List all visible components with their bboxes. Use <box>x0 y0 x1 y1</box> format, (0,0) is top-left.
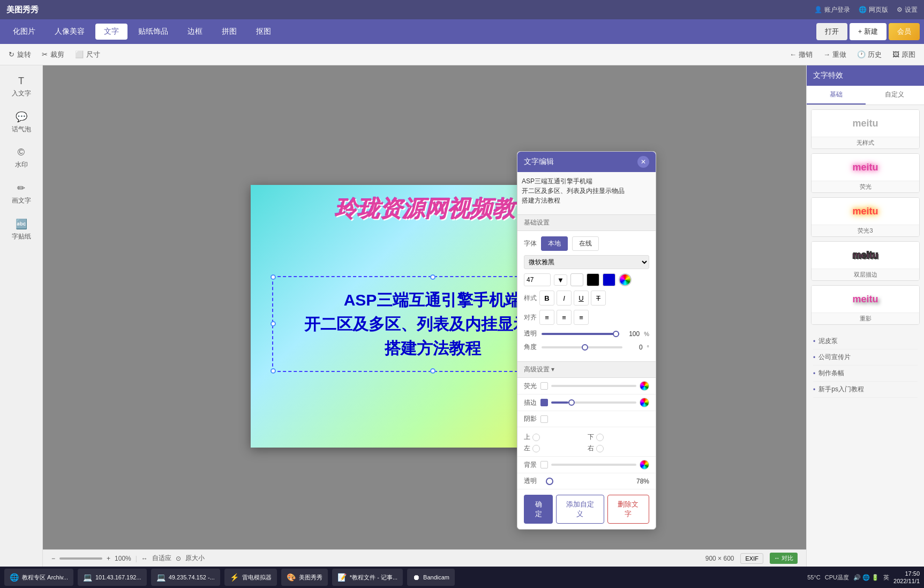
shadow-bottom-radio[interactable] <box>596 434 604 441</box>
stroke-color[interactable] <box>640 398 649 407</box>
align-center-btn[interactable]: ≡ <box>557 310 572 325</box>
opacity-track[interactable] <box>542 333 619 335</box>
list-item-1[interactable]: 公司宣传片 <box>813 349 918 366</box>
login-btn[interactable]: 👤 账户登录 <box>814 5 850 14</box>
menu-biankuang[interactable]: 边框 <box>179 24 211 40</box>
online-font-tab[interactable]: 在线 <box>572 236 599 251</box>
opacity-radio[interactable] <box>546 478 553 485</box>
rotate-tool[interactable]: ↻ 旋转 <box>9 50 31 59</box>
crop-tool[interactable]: ✂ 裁剪 <box>42 50 64 59</box>
menu-tianzhi[interactable]: 贴纸饰品 <box>130 24 177 40</box>
taskbar-item-1[interactable]: 💻 101.43.167.192... <box>78 569 147 586</box>
align-left-btn[interactable]: ≡ <box>539 310 554 325</box>
menu-meirong[interactable]: 人像美容 <box>46 24 93 40</box>
shadow-top-radio[interactable] <box>532 434 540 441</box>
shadow-right-radio[interactable] <box>596 445 604 452</box>
menu-huatu[interactable]: 化图片 <box>4 24 44 40</box>
bold-btn[interactable]: B <box>539 291 554 306</box>
align-right-btn[interactable]: ≡ <box>574 310 589 325</box>
confirm-btn[interactable]: 确定 <box>524 495 553 524</box>
delete-text-btn[interactable]: 删除文字 <box>607 495 649 524</box>
style-card-no-style[interactable]: meitu 无样式 <box>811 109 920 149</box>
handle-tc[interactable] <box>430 274 435 280</box>
glow-slider[interactable] <box>551 385 636 387</box>
color-blue[interactable] <box>603 273 615 286</box>
title-actions: 👤 账户登录 🌐 网页版 ⚙ 设置 <box>814 5 918 14</box>
zoom-slider[interactable] <box>59 557 102 560</box>
local-font-tab[interactable]: 本地 <box>541 236 568 251</box>
angle-track[interactable] <box>542 346 622 348</box>
tab-basic[interactable]: 基础 <box>807 86 866 105</box>
list-item-3[interactable]: 新手ps入门教程 <box>813 382 918 398</box>
undo-btn[interactable]: ← 撤销 <box>790 50 813 59</box>
handle-ml[interactable] <box>271 321 276 326</box>
watermark-icon: © <box>18 147 25 158</box>
sidebar-draw-text[interactable]: ✏ 画文字 <box>2 177 40 211</box>
history-btn[interactable]: 🕐 历史 <box>857 50 882 59</box>
close-editor-btn[interactable]: ✕ <box>637 156 649 168</box>
taskbar-item-0[interactable]: 🌐 教程专区 Archiv... <box>4 569 73 586</box>
sidebar-bubble[interactable]: 💬 话气泡 <box>2 106 40 139</box>
list-item-0[interactable]: 泥皮泵 <box>813 333 918 349</box>
zoom-original-btn[interactable]: ⊙ <box>176 555 181 562</box>
font-size-input[interactable] <box>524 273 551 286</box>
web-btn[interactable]: 🌐 网页版 <box>859 5 888 14</box>
opacity-row: 透明 100 % <box>524 329 649 338</box>
bg-slider[interactable] <box>551 464 636 466</box>
zoom-in-btn[interactable]: + <box>107 555 110 562</box>
taskbar-item-6[interactable]: ⏺ Bandicam <box>407 569 455 586</box>
size-tool[interactable]: ⬜ 尺寸 <box>75 50 100 59</box>
glow-color[interactable] <box>640 381 649 391</box>
shadow-left-radio[interactable] <box>532 445 540 452</box>
zoom-auto-btn[interactable]: ↔ <box>141 555 148 562</box>
style-card-glow3[interactable]: meitu 荧光3 <box>811 197 920 237</box>
advanced-header[interactable]: 高级设置 ▾ <box>517 361 656 378</box>
bg-checkbox[interactable] <box>540 461 548 468</box>
open-button[interactable]: 打开 <box>816 23 847 40</box>
sidebar-watermark[interactable]: © 水印 <box>2 142 40 175</box>
size-stepper-down[interactable]: ▼ <box>554 274 567 286</box>
underline-btn[interactable]: U <box>574 291 589 306</box>
menu-pintu[interactable]: 拼图 <box>213 24 245 40</box>
list-item-2[interactable]: 制作条幅 <box>813 366 918 382</box>
handle-bc[interactable] <box>430 368 435 374</box>
menu-wenzi[interactable]: 文字 <box>95 24 127 40</box>
sidebar-text-sticker[interactable]: 🔤 字贴纸 <box>2 213 40 247</box>
new-button[interactable]: + 新建 <box>850 23 887 40</box>
bottom-statusbar: − + 100% | ↔ 自适应 ⊙ 原大小 900 × 600 EXIF ↔ … <box>43 549 806 567</box>
taskbar-item-3[interactable]: ⚡ 雷电模拟器 <box>224 569 277 586</box>
vip-button[interactable]: 会员 <box>889 23 920 40</box>
stroke-checkbox[interactable] <box>540 399 548 406</box>
strikethrough-btn[interactable]: T <box>591 291 606 306</box>
shadow-checkbox[interactable] <box>540 415 548 423</box>
stroke-slider[interactable] <box>551 401 636 404</box>
style-card-glow[interactable]: meitu 荧光 <box>811 153 920 193</box>
tab-custom[interactable]: 自定义 <box>866 86 925 105</box>
add-custom-btn[interactable]: 添加自定义 <box>556 495 604 524</box>
original-btn[interactable]: 🖼 原图 <box>892 50 915 59</box>
taskbar-item-4[interactable]: 🎨 美图秀秀 <box>281 569 328 586</box>
taskbar-item-5[interactable]: 📝 *教程文件 - 记事... <box>332 569 403 586</box>
zoom-out-btn[interactable]: − <box>51 555 55 562</box>
color-black[interactable] <box>587 273 599 286</box>
color-picker[interactable] <box>619 273 632 286</box>
draw-icon: ✏ <box>17 182 25 194</box>
taskbar-icon-3: ⚡ <box>230 573 239 582</box>
exif-btn[interactable]: EXIF <box>740 553 763 564</box>
color-white[interactable] <box>570 273 583 286</box>
style-card-double-border[interactable]: meitu 双层描边 <box>811 241 920 281</box>
sidebar-add-text[interactable]: T 入文字 <box>2 70 40 103</box>
contrast-btn[interactable]: ↔ 对比 <box>770 553 798 564</box>
font-selector[interactable]: 微软雅黑 <box>524 255 649 269</box>
handle-tl[interactable] <box>271 274 276 280</box>
bg-color[interactable] <box>640 460 649 470</box>
style-card-shadow[interactable]: meitu 重影 <box>811 285 920 325</box>
glow-checkbox[interactable] <box>540 382 548 390</box>
taskbar-item-2[interactable]: 💻 49.235.74.152 -... <box>151 569 220 586</box>
handle-bl[interactable] <box>271 368 276 374</box>
redo-btn[interactable]: → 重做 <box>823 50 846 59</box>
italic-btn[interactable]: I <box>557 291 572 306</box>
menu-koutu[interactable]: 抠图 <box>247 24 280 40</box>
settings-btn[interactable]: ⚙ 设置 <box>897 5 918 14</box>
text-preview[interactable]: ASP三端互通引擎手机端 开二区及多区、列表及内挂显示物品 搭建方法教程 <box>517 172 656 215</box>
